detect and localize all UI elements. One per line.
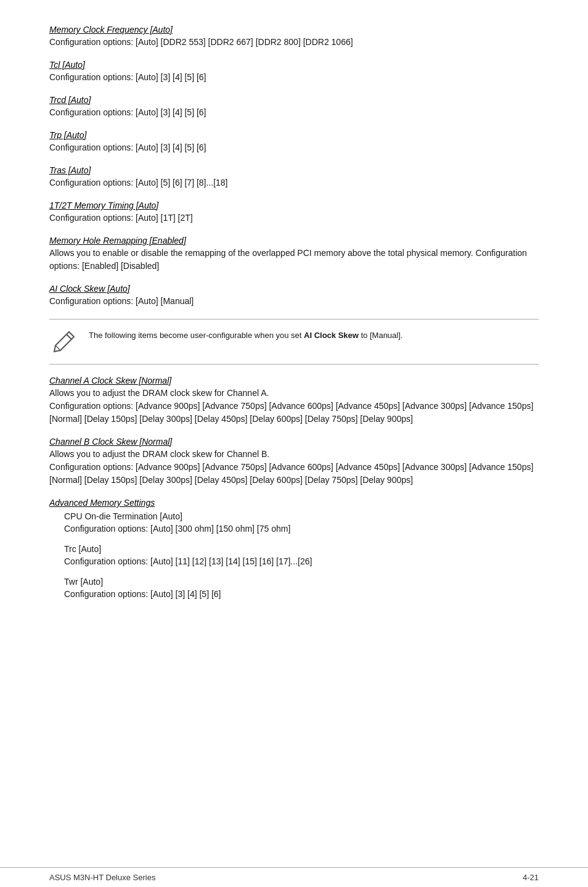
setting-title-memory-hole: Memory Hole Remapping [Enabled]: [49, 236, 539, 245]
note-text: The following items become user-configur…: [89, 327, 402, 342]
note-bold-text: AI Clock Skew: [304, 331, 359, 340]
advanced-memory-section: Advanced Memory Settings CPU On-die Term…: [49, 498, 539, 601]
section-trp: Trp [Auto] Configuration options: [Auto]…: [49, 130, 539, 154]
footer-left: ASUS M3N-HT Deluxe Series: [49, 873, 155, 882]
channel-b-line2: Configuration options: [Advance 900ps] […: [49, 461, 539, 487]
setting-title-channel-a: Channel A Clock Skew [Normal]: [49, 376, 539, 386]
setting-title-timing-1t2t: 1T/2T Memory Timing [Auto]: [49, 200, 539, 210]
section-timing-1t2t: 1T/2T Memory Timing [Auto] Configuration…: [49, 200, 539, 225]
section-channel-a: Channel A Clock Skew [Normal] Allows you…: [49, 376, 539, 426]
section-ai-clock-skew: AI Clock Skew [Auto] Configuration optio…: [49, 284, 539, 308]
setting-title-memory-clock: Memory Clock Frequency [Auto]: [49, 25, 539, 35]
setting-title-trp: Trp [Auto]: [49, 130, 539, 140]
setting-desc-channel-a: Allows you to adjust the DRAM clock skew…: [49, 387, 539, 426]
setting-title-trcd: Trcd [Auto]: [49, 95, 539, 105]
section-trcd: Trcd [Auto] Configuration options: [Auto…: [49, 95, 539, 119]
setting-desc-tras: Configuration options: [Auto] [5] [6] [7…: [49, 178, 228, 188]
note-box: The following items become user-configur…: [49, 319, 539, 365]
setting-title-tcl: Tcl [Auto]: [49, 60, 539, 70]
sub-title-cpu-odt: CPU On-die Termination [Auto]: [64, 511, 539, 521]
setting-desc-tcl: Configuration options: [Auto] [3] [4] [5…: [49, 72, 206, 82]
sub-title-twr: Twr [Auto]: [64, 577, 539, 587]
channel-b-line1: Allows you to adjust the DRAM clock skew…: [49, 448, 539, 461]
setting-desc-channel-b: Allows you to adjust the DRAM clock skew…: [49, 448, 539, 487]
channel-a-line1: Allows you to adjust the DRAM clock skew…: [49, 387, 539, 400]
sub-section-twr: Twr [Auto] Configuration options: [Auto]…: [64, 577, 539, 601]
note-text-before: The following items become user-configur…: [89, 331, 304, 340]
sub-desc-cpu-odt: Configuration options: [Auto] [300 ohm] …: [64, 522, 539, 535]
sub-title-trc: Trc [Auto]: [64, 544, 539, 554]
section-tras: Tras [Auto] Configuration options: [Auto…: [49, 165, 539, 189]
sub-section-cpu-odt: CPU On-die Termination [Auto] Configurat…: [64, 511, 539, 535]
pencil-icon: [49, 327, 79, 357]
footer-right: 4-21: [523, 873, 539, 882]
sub-section-trc: Trc [Auto] Configuration options: [Auto]…: [64, 544, 539, 568]
setting-title-channel-b: Channel B Clock Skew [Normal]: [49, 437, 539, 447]
section-memory-hole: Memory Hole Remapping [Enabled] Allows y…: [49, 236, 539, 273]
footer: ASUS M3N-HT Deluxe Series 4-21: [0, 867, 588, 887]
setting-desc-trp: Configuration options: [Auto] [3] [4] [5…: [49, 142, 206, 152]
section-tcl: Tcl [Auto] Configuration options: [Auto]…: [49, 60, 539, 84]
setting-desc-memory-hole: Allows you to enable or disable the rema…: [49, 248, 527, 271]
setting-desc-timing-1t2t: Configuration options: [Auto] [1T] [2T]: [49, 213, 193, 223]
sub-desc-trc: Configuration options: [Auto] [11] [12] …: [64, 555, 539, 568]
section-channel-b: Channel B Clock Skew [Normal] Allows you…: [49, 437, 539, 487]
setting-desc-memory-clock: Configuration options: [Auto] [DDR2 553]…: [49, 37, 353, 47]
page-content: Memory Clock Frequency [Auto] Configurat…: [0, 0, 588, 646]
setting-title-tras: Tras [Auto]: [49, 165, 539, 175]
note-text-after: to [Manual].: [359, 331, 403, 340]
section-memory-clock: Memory Clock Frequency [Auto] Configurat…: [49, 25, 539, 49]
setting-desc-trcd: Configuration options: [Auto] [3] [4] [5…: [49, 107, 206, 117]
sub-desc-twr: Configuration options: [Auto] [3] [4] [5…: [64, 588, 539, 601]
setting-title-ai-clock-skew: AI Clock Skew [Auto]: [49, 284, 539, 294]
channel-a-line2: Configuration options: [Advance 900ps] […: [49, 400, 539, 426]
advanced-memory-title: Advanced Memory Settings: [49, 498, 539, 508]
setting-desc-ai-clock-skew: Configuration options: [Auto] [Manual]: [49, 296, 194, 306]
